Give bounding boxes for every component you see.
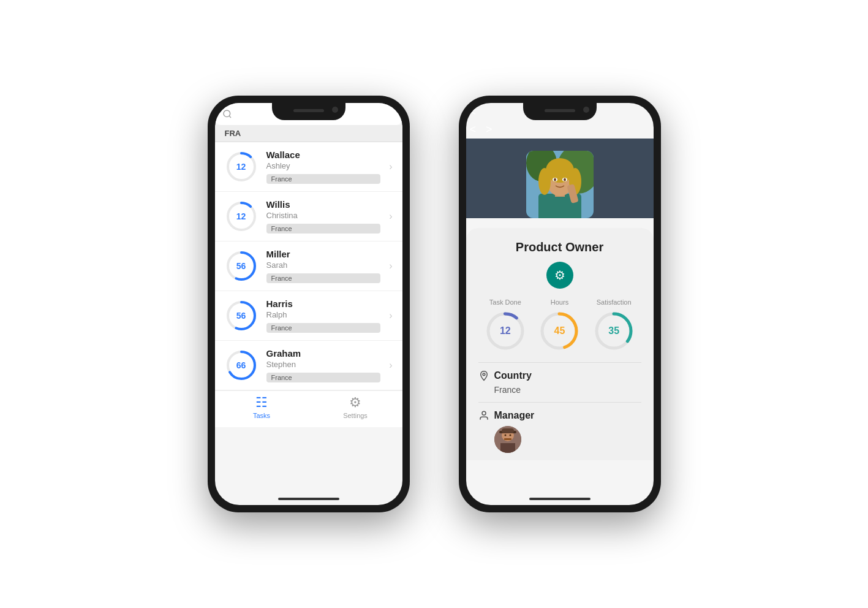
stat-satisfaction-value: 35 (608, 325, 619, 336)
section-header: FRA (215, 125, 402, 142)
phone-detail: < < > (459, 96, 661, 512)
chevron-wallace: › (389, 161, 392, 172)
chevron-harris: › (389, 310, 392, 321)
manager-label: Manager (494, 410, 535, 421)
list-item-graham[interactable]: 66 Graham Stephen France › (215, 341, 402, 390)
stat-hours-label: Hours (551, 298, 568, 306)
stat-satisfaction: Satisfaction 35 (592, 298, 635, 352)
svg-point-32 (482, 411, 486, 415)
svg-line-1 (229, 116, 231, 118)
item-sub-wallace: Ashley (266, 161, 381, 170)
chevron-graham: › (389, 360, 392, 371)
tab-tasks[interactable]: ☷ Tasks (215, 391, 309, 422)
tab-tasks-label: Tasks (253, 412, 270, 419)
circle-miller: 56 (225, 249, 258, 283)
profile-header-area (466, 139, 654, 218)
country-section: Country France (478, 362, 641, 402)
item-name-harris: Harris (266, 298, 381, 309)
manager-title: Manager (478, 410, 641, 421)
svg-point-0 (224, 110, 230, 117)
circle-willis: 12 (225, 200, 258, 233)
phone-list: FRA 12 Wallace Ashley France › 12 Willi (208, 96, 410, 512)
tasks-icon: ☷ (255, 395, 268, 411)
manager-avatar-svg (494, 426, 521, 453)
tab-bar: ☷ Tasks ⚙ Settings (215, 390, 402, 427)
item-tag-willis: France (266, 224, 381, 234)
camera-1 (332, 107, 338, 113)
location-icon (478, 370, 489, 381)
svg-point-23 (554, 178, 556, 181)
manager-section: Manager (478, 402, 641, 460)
notch-2 (523, 103, 597, 120)
item-name-willis: Willis (266, 199, 381, 210)
profile-title: Product Owner (478, 240, 641, 254)
country-label: Country (494, 370, 532, 381)
home-indicator-2 (529, 498, 591, 500)
search-icon (222, 109, 232, 119)
item-name-graham: Graham (266, 348, 381, 359)
stat-tasks: Task Done 12 (484, 298, 527, 352)
list-item-miller[interactable]: 56 Miller Sarah France › (215, 241, 402, 291)
person-icon (478, 410, 489, 421)
item-sub-harris: Ralph (266, 310, 381, 319)
detail-content: Product Owner ⚙ Task Done (466, 139, 654, 460)
stat-hours-value: 45 (554, 325, 565, 336)
circle-graham: 66 (225, 349, 258, 382)
item-tag-harris: France (266, 323, 381, 333)
phone1-inner: FRA 12 Wallace Ashley France › 12 Willi (215, 103, 402, 505)
item-sub-graham: Stephen (266, 360, 381, 369)
home-indicator-1 (278, 498, 339, 500)
stat-tasks-value: 12 (500, 325, 511, 336)
chevron-miller: › (389, 260, 392, 272)
notch-1 (272, 103, 345, 120)
stat-hours: Hours 45 (538, 298, 581, 352)
circle-harris: 56 (225, 299, 258, 332)
list-items-container: 12 Wallace Ashley France › 12 Willis Chr… (215, 142, 402, 390)
item-sub-willis: Christina (266, 211, 381, 220)
country-title: Country (478, 370, 641, 381)
prev-button[interactable]: < (466, 121, 480, 139)
list-item-harris[interactable]: 56 Harris Ralph France › (215, 291, 402, 341)
speaker-2 (545, 109, 575, 112)
stats-row: Task Done 12 Hours (478, 298, 641, 352)
nav-buttons-right: < > (466, 121, 654, 139)
stat-hours-circle: 45 (538, 310, 581, 352)
item-tag-graham: France (266, 373, 381, 382)
item-tag-miller: France (266, 273, 381, 283)
svg-rect-35 (500, 443, 515, 453)
stat-satisfaction-label: Satisfaction (597, 298, 632, 306)
svg-rect-37 (502, 428, 514, 433)
manager-avatar (494, 426, 521, 453)
speaker-1 (293, 109, 324, 112)
item-name-wallace: Wallace (266, 150, 381, 160)
app-container: FRA 12 Wallace Ashley France › 12 Willi (0, 71, 868, 537)
profile-detail-card: Product Owner ⚙ Task Done (466, 228, 654, 460)
svg-point-39 (509, 435, 511, 436)
svg-point-38 (504, 435, 506, 436)
stat-tasks-circle: 12 (484, 310, 527, 352)
camera-2 (583, 107, 589, 113)
phone2-inner: < < > (466, 103, 654, 505)
country-value: France (494, 385, 641, 395)
next-button[interactable]: > (482, 121, 496, 139)
item-name-miller: Miller (266, 249, 381, 259)
list-content: FRA 12 Wallace Ashley France › 12 Willi (215, 125, 402, 390)
svg-rect-40 (504, 438, 511, 440)
item-tag-wallace: France (266, 174, 381, 184)
stat-tasks-label: Task Done (489, 298, 521, 306)
svg-point-19 (538, 168, 551, 195)
list-item-wallace[interactable]: 12 Wallace Ashley France › (215, 142, 402, 192)
profile-photo-svg (526, 151, 594, 218)
item-sub-miller: Sarah (266, 260, 381, 270)
chevron-willis: › (389, 211, 392, 222)
tab-settings[interactable]: ⚙ Settings (309, 391, 402, 422)
gear-circle: ⚙ (546, 262, 573, 289)
svg-point-24 (564, 178, 566, 181)
settings-icon: ⚙ (349, 395, 361, 411)
back-button[interactable]: < (466, 103, 480, 121)
list-item-willis[interactable]: 12 Willis Christina France › (215, 192, 402, 241)
stat-satisfaction-circle: 35 (592, 310, 635, 352)
gear-icon: ⚙ (554, 268, 565, 283)
circle-wallace: 12 (225, 150, 258, 183)
tab-settings-label: Settings (343, 412, 368, 419)
